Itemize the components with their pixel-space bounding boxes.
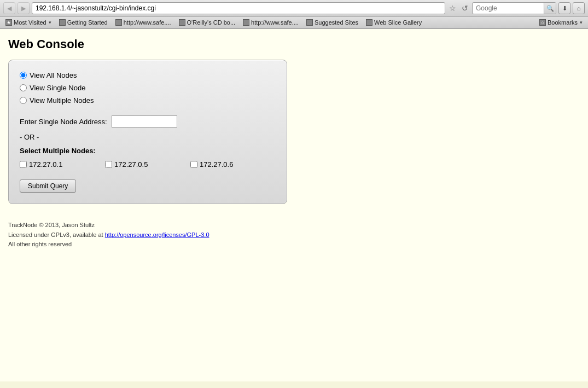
bookmark-label: Getting Started (67, 19, 108, 26)
bookmark-star-icon[interactable]: ☆ (447, 4, 458, 13)
footer-license-text: Licensed under GPLv3, available at (8, 231, 105, 238)
checkbox-node1-input[interactable] (20, 161, 27, 168)
submit-query-button[interactable]: Submit Query (20, 179, 76, 193)
footer-line1: TrackNode © 2013, Jason Stultz (8, 221, 580, 230)
footer-license-link[interactable]: http://opensource.org/licenses/GPL-3.0 (105, 231, 209, 238)
forward-button[interactable]: ▶ (18, 2, 30, 14)
radio-multiple-nodes-label: View Multiple Nodes (30, 96, 94, 105)
footer-line3: All other rights reserved (8, 240, 580, 250)
back-button[interactable]: ◀ (3, 2, 15, 14)
bookmark-web-slice[interactable]: Web Slice Gallery (363, 18, 425, 27)
checkbox-node6-label: 172.27.0.6 (200, 160, 233, 169)
checkbox-node5-label: 172.27.0.5 (114, 160, 148, 169)
bookmark-label: Bookmarks (548, 19, 578, 26)
bookmark-label: http://www.safe.... (124, 19, 171, 26)
form-panel: View All Nodes View Single Node View Mul… (8, 60, 287, 204)
or-separator: - OR - (20, 133, 276, 141)
radio-multiple-nodes-input[interactable] (20, 97, 27, 104)
bookmark-most-visited[interactable]: ★ Most Visited ▾ (2, 18, 55, 27)
bookmark-oreilly[interactable]: O'Reilly's CD bo... (176, 18, 239, 27)
checkbox-node1[interactable]: 172.27.0.1 (20, 160, 105, 169)
search-button[interactable]: 🔍 (544, 3, 556, 14)
address-bar[interactable] (32, 2, 445, 14)
checkbox-node1-label: 172.27.0.1 (29, 160, 62, 169)
bookmark-safe2[interactable]: http://www.safe.... (240, 18, 302, 27)
bookmark-getting-started[interactable]: Getting Started (56, 18, 111, 27)
bookmark-icon (115, 19, 122, 26)
bookmark-bookmarks[interactable]: ☆ Bookmarks ▾ (536, 18, 586, 27)
single-node-address-input[interactable] (112, 115, 177, 128)
bookmark-icon (59, 19, 66, 26)
bookmark-safe1[interactable]: http://www.safe.... (112, 18, 174, 27)
bookmark-icon: ★ (5, 19, 12, 26)
radio-group: View All Nodes View Single Node View Mul… (20, 71, 276, 105)
checkbox-group: 172.27.0.1 172.27.0.5 172.27.0.6 (20, 160, 276, 169)
radio-view-all-nodes[interactable]: View All Nodes (20, 71, 276, 79)
chevron-down-icon: ▾ (49, 20, 51, 25)
radio-all-nodes-input[interactable] (20, 72, 27, 79)
search-input[interactable] (473, 4, 544, 12)
single-node-row: Enter Single Node Address: (20, 115, 276, 128)
bookmark-icon: ☆ (539, 19, 546, 26)
footer-line2: Licensed under GPLv3, available at http:… (8, 230, 580, 240)
checkbox-node5[interactable]: 172.27.0.5 (105, 160, 190, 169)
radio-single-node-label: View Single Node (30, 84, 85, 92)
radio-view-single-node[interactable]: View Single Node (20, 84, 276, 92)
nav-bar: ◀ ▶ ☆ ↺ 🔍 ⬇ ⌂ (0, 0, 588, 17)
radio-all-nodes-label: View All Nodes (30, 71, 77, 79)
page-content: Web Console View All Nodes View Single N… (0, 29, 588, 381)
bookmark-label: Most Visited (14, 19, 46, 26)
single-node-address-label: Enter Single Node Address: (20, 118, 107, 126)
download-button[interactable]: ⬇ (558, 2, 570, 14)
search-bar: 🔍 (472, 2, 556, 14)
checkbox-node6[interactable]: 172.27.0.6 (190, 160, 276, 169)
page-title: Web Console (8, 37, 580, 51)
bookmark-icon (306, 19, 313, 26)
bookmark-label: http://www.safe.... (251, 19, 299, 26)
browser-chrome: ◀ ▶ ☆ ↺ 🔍 ⬇ ⌂ ★ Most Visited ▾ Getting S… (0, 0, 588, 29)
bookmark-label: Suggested Sites (315, 19, 358, 26)
bookmark-icon (243, 19, 249, 26)
home-button[interactable]: ⌂ (573, 2, 585, 14)
bookmark-suggested[interactable]: Suggested Sites (303, 18, 362, 27)
bookmark-label: Web Slice Gallery (374, 19, 422, 26)
radio-view-multiple-nodes[interactable]: View Multiple Nodes (20, 96, 276, 105)
bookmark-label: O'Reilly's CD bo... (187, 19, 236, 26)
bookmark-icon (366, 19, 372, 26)
bookmark-icon (179, 19, 185, 26)
checkbox-node5-input[interactable] (105, 161, 112, 168)
radio-single-node-input[interactable] (20, 84, 27, 91)
bookmarks-bar: ★ Most Visited ▾ Getting Started http://… (0, 17, 588, 28)
reload-button[interactable]: ↺ (460, 4, 470, 13)
chevron-down-icon: ▾ (580, 20, 583, 25)
footer: TrackNode © 2013, Jason Stultz Licensed … (8, 221, 580, 250)
select-nodes-label: Select Multiple Nodes: (20, 147, 276, 155)
checkbox-node6-input[interactable] (190, 161, 197, 168)
